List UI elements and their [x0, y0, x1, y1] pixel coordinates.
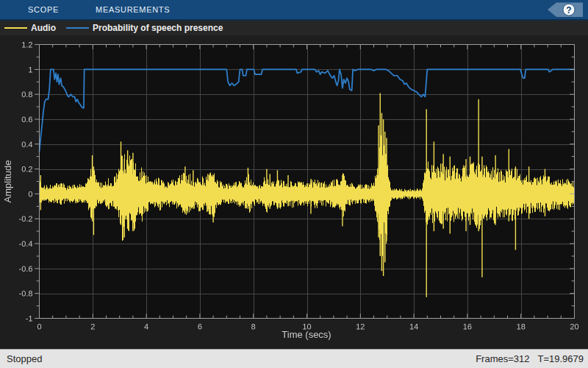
toolstrip-tabs: SCOPE MEASUREMENTS [28, 0, 170, 19]
legend-item-audio[interactable]: Audio [4, 23, 56, 33]
scope-window: SCOPE MEASUREMENTS ? Audio Probability o… [0, 0, 588, 368]
legend-bar: Audio Probability of speech presence [0, 21, 588, 35]
frames-counter: Frames=312 [476, 353, 529, 364]
legend-item-probability[interactable]: Probability of speech presence [66, 23, 223, 33]
status-bar: Stopped Frames=312 T=19.9679 [0, 349, 588, 368]
audio-line-swatch [4, 27, 27, 29]
toolstrip: SCOPE MEASUREMENTS ? [0, 0, 588, 21]
time-counter: T=19.9679 [537, 353, 584, 364]
status-text: Stopped [7, 353, 42, 364]
status-counters: Frames=312 T=19.9679 [476, 353, 584, 364]
legend-label-audio: Audio [31, 23, 56, 33]
probability-line-swatch [66, 27, 89, 29]
help-button[interactable]: ? [548, 0, 583, 19]
legend-label-probability: Probability of speech presence [93, 23, 223, 33]
question-mark-icon: ? [566, 5, 571, 15]
scope-plot[interactable] [0, 35, 588, 349]
tab-scope[interactable]: SCOPE [28, 5, 59, 14]
help-chevron-icon: ? [548, 0, 583, 19]
tab-measurements[interactable]: MEASUREMENTS [96, 5, 170, 14]
scope-figure: Amplitude Time (secs) [0, 35, 588, 349]
